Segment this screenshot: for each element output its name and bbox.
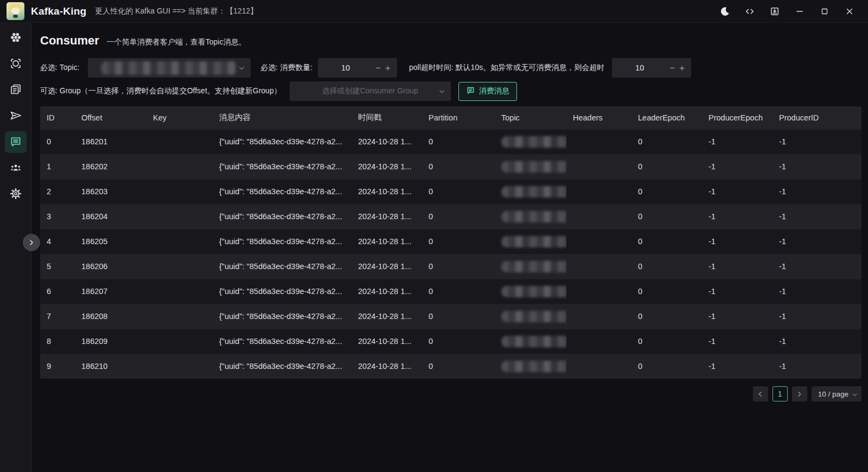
send-icon <box>9 109 22 124</box>
sidebar-item-groups[interactable] <box>5 157 27 179</box>
cell-producer-id: -1 <box>773 179 861 204</box>
col-headers: Headers <box>566 106 631 129</box>
cell-topic: ... <box>495 129 566 154</box>
cell-id: 9 <box>40 354 75 379</box>
cell-producer-id: -1 <box>773 129 861 154</box>
sidebar <box>0 23 31 472</box>
cell-key <box>146 279 213 304</box>
cell-partition: 0 <box>422 354 495 379</box>
consumer-group-select[interactable]: 选择或创建Consumer Group <box>290 81 451 101</box>
copy-docs-icon <box>9 83 22 98</box>
page-header: Consumer 一个简单消费者客户端，查看Topic消息。 <box>40 34 861 48</box>
people-icon <box>9 161 22 176</box>
messages-table: ID Offset Key 消息内容 时间戳 Partition Topic H… <box>40 106 861 379</box>
cell-id: 6 <box>40 279 75 304</box>
cell-leader-epoch: 0 <box>631 354 702 379</box>
cell-message: {"uuid": "85d6a3ec-d39e-4278-a2... <box>213 179 352 204</box>
sidebar-expand-toggle[interactable] <box>23 234 40 251</box>
cell-key <box>146 254 213 279</box>
nodes-icon <box>9 31 22 46</box>
sidebar-item-consumer[interactable] <box>5 131 27 153</box>
chevron-down-icon <box>238 65 245 73</box>
cell-message: {"uuid": "85d6a3ec-d39e-4278-a2... <box>213 329 352 354</box>
close-icon[interactable] <box>840 3 859 20</box>
gear-icon <box>9 187 22 202</box>
cell-key <box>146 229 213 254</box>
col-id: ID <box>40 106 75 129</box>
cell-producer-epoch: -1 <box>702 229 773 254</box>
cell-partition: 0 <box>422 129 495 154</box>
code-icon[interactable] <box>740 3 760 20</box>
table-row[interactable]: 5 186206 {"uuid": "85d6a3ec-d39e-4278-a2… <box>40 254 861 279</box>
topic-label: 必选: Topic: <box>40 63 79 73</box>
cell-producer-epoch: -1 <box>702 129 773 154</box>
cell-id: 1 <box>40 154 75 179</box>
cell-id: 8 <box>40 329 75 354</box>
cell-offset: 186203 <box>75 179 146 204</box>
cell-partition: 0 <box>422 254 495 279</box>
table-row[interactable]: 2 186203 {"uuid": "85d6a3ec-d39e-4278-a2… <box>40 179 861 204</box>
cell-offset: 186204 <box>75 204 146 229</box>
topic-select[interactable] <box>88 58 251 78</box>
pagination: 1 10 / page <box>40 386 861 401</box>
cell-partition: 0 <box>422 279 495 304</box>
moon-icon[interactable] <box>715 3 735 20</box>
cell-partition: 0 <box>422 204 495 229</box>
cell-headers <box>566 354 631 379</box>
group-select-placeholder: 选择或创建Consumer Group <box>322 86 418 96</box>
cell-producer-epoch: -1 <box>702 179 773 204</box>
cell-key <box>146 154 213 179</box>
col-timestamp: 时间戳 <box>352 106 422 129</box>
table-row[interactable]: 3 186204 {"uuid": "85d6a3ec-d39e-4278-a2… <box>40 204 861 229</box>
poll-increment-button[interactable]: + <box>677 63 687 73</box>
table-row[interactable]: 6 186207 {"uuid": "85d6a3ec-d39e-4278-a2… <box>40 279 861 304</box>
cell-timestamp: 2024-10-28 1... <box>352 154 422 179</box>
cell-topic: .. <box>495 154 566 179</box>
cell-leader-epoch: 0 <box>631 154 702 179</box>
table-row[interactable]: 0 186201 {"uuid": "85d6a3ec-d39e-4278-a2… <box>40 129 861 154</box>
minimize-icon[interactable] <box>790 3 809 20</box>
cell-timestamp: 2024-10-28 1... <box>352 254 422 279</box>
table-row[interactable]: 9 186210 {"uuid": "85d6a3ec-d39e-4278-a2… <box>40 354 861 379</box>
cell-partition: 0 <box>422 154 495 179</box>
poll-decrement-button[interactable]: − <box>667 63 677 73</box>
sidebar-item-settings[interactable] <box>5 183 27 205</box>
count-value: 10 <box>318 63 373 72</box>
sidebar-item-topics[interactable] <box>5 79 27 101</box>
cell-partition: 0 <box>422 329 495 354</box>
redacted-topic-name <box>501 261 566 272</box>
cell-leader-epoch: 0 <box>631 329 702 354</box>
poll-timeout-input[interactable]: 10 − + <box>612 58 691 78</box>
count-increment-button[interactable]: + <box>383 63 393 73</box>
cell-timestamp: 2024-10-28 1... <box>352 204 422 229</box>
sidebar-item-monitor[interactable] <box>5 53 27 75</box>
window-controls <box>715 3 863 20</box>
cell-message: {"uuid": "85d6a3ec-d39e-4278-a2... <box>213 304 352 329</box>
sidebar-item-producer[interactable] <box>5 105 27 127</box>
page-1-button[interactable]: 1 <box>773 386 788 401</box>
col-producer-epoch: ProducerEpoch <box>702 106 773 129</box>
sidebar-item-cluster[interactable] <box>5 27 27 49</box>
table-row[interactable]: 4 186205 {"uuid": "85d6a3ec-d39e-4278-a2… <box>40 229 861 254</box>
app-avatar <box>7 2 24 20</box>
poll-timeout-label: poll超时时间: 默认10s。如异常或无可消费消息，则会超时 <box>409 63 604 73</box>
table-row[interactable]: 7 186208 {"uuid": "85d6a3ec-d39e-4278-a2… <box>40 304 861 329</box>
maximize-icon[interactable] <box>815 3 834 20</box>
count-decrement-button[interactable]: − <box>373 63 383 73</box>
count-input[interactable]: 10 − + <box>318 58 397 78</box>
redacted-topic-value <box>101 61 238 75</box>
cell-topic <box>495 279 566 304</box>
table-row[interactable]: 1 186202 {"uuid": "85d6a3ec-d39e-4278-a2… <box>40 154 861 179</box>
consume-messages-button[interactable]: 消费消息 <box>458 82 517 101</box>
cell-timestamp: 2024-10-28 1... <box>352 304 422 329</box>
cell-offset: 186207 <box>75 279 146 304</box>
next-page-button[interactable] <box>792 386 807 401</box>
table-row[interactable]: 8 186209 {"uuid": "85d6a3ec-d39e-4278-a2… <box>40 329 861 354</box>
install-icon[interactable] <box>765 3 784 20</box>
cell-offset: 186210 <box>75 354 146 379</box>
titlebar: Kafka-King 更人性化的 Kafka GUI ==> 当前集群：【121… <box>0 0 868 23</box>
cell-timestamp: 2024-10-28 1... <box>352 129 422 154</box>
page-size-select[interactable]: 10 / page <box>812 386 861 401</box>
cell-id: 5 <box>40 254 75 279</box>
prev-page-button[interactable] <box>753 386 768 401</box>
